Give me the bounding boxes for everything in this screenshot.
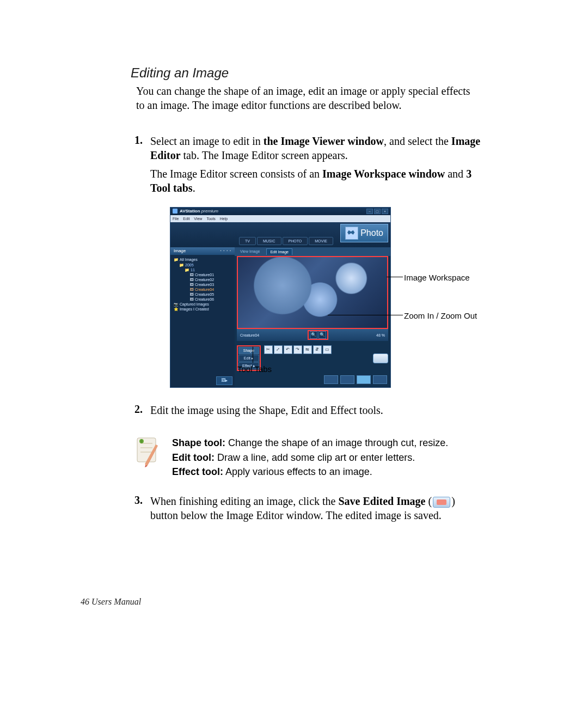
thumb[interactable]: [340, 375, 354, 384]
image-workspace[interactable]: [237, 256, 388, 329]
step3-text: When finishing editing an image, click t…: [150, 494, 474, 522]
tree-month[interactable]: 11: [185, 267, 232, 272]
menu-tools[interactable]: Tools: [206, 216, 215, 221]
step1-number: 1.: [131, 134, 143, 397]
bottom-thumbnails[interactable]: [235, 373, 390, 387]
sidebar-header: Image • • • •: [170, 247, 235, 255]
menu-edit[interactable]: Edit: [183, 216, 189, 221]
edit-tool-line: Edit tool: Draw a line, add some clip ar…: [172, 450, 448, 465]
thumb[interactable]: [373, 375, 387, 384]
sidebar-header-handle-icon[interactable]: • • • •: [220, 249, 231, 253]
sidebar: Image • • • • All Images 2005 11 Creatur…: [170, 247, 235, 387]
step3-bold: Save Edited Image: [338, 495, 425, 507]
image-info-bar: Creature04 🔍 🔍 48 %: [237, 329, 388, 341]
sidebar-footer-button[interactable]: 🖼▸: [216, 376, 232, 385]
titlebar: AVStation premium – ▢ ×: [170, 208, 390, 215]
shape-tool-icons[interactable]: ✂ ⤢ ↶ ↷ ⇋ ⇵ ▭: [264, 345, 332, 371]
photo-label: Photo: [360, 228, 383, 239]
step3-text-a: When finishing editing an image, click t…: [150, 495, 338, 507]
effect-tool-text: Apply various effects to an image.: [223, 466, 372, 477]
intro-paragraph: You can change the shape of an image, ed…: [136, 84, 474, 112]
window-controls[interactable]: – ▢ ×: [366, 209, 388, 214]
module-tv[interactable]: TV: [239, 237, 256, 245]
frame-icon[interactable]: ▭: [323, 345, 332, 354]
step3-number: 3.: [131, 494, 143, 527]
tree-all-images[interactable]: All Images: [174, 257, 232, 262]
tab-view-image[interactable]: View Image: [237, 248, 263, 255]
tree-created[interactable]: Images I Created: [174, 307, 232, 312]
crop-icon[interactable]: ✂: [264, 345, 273, 354]
current-filename: Creature04: [240, 333, 259, 338]
tool-descriptions: Shape tool: Change the shape of an image…: [136, 436, 474, 478]
photo-icon: [345, 227, 358, 240]
shape-tool-text: Change the shape of an image through cut…: [225, 437, 448, 448]
zoom-out-icon[interactable]: 🔍: [318, 331, 326, 339]
step1-l2-text: The Image Editor screen consists of an: [150, 168, 322, 180]
step2-number: 2.: [131, 403, 143, 422]
thumb[interactable]: [324, 375, 338, 384]
module-strip: TV MUSIC PHOTO MOVIE Photo: [170, 222, 390, 247]
module-music[interactable]: MUSIC: [257, 237, 281, 245]
step1-text2: , and select the: [384, 135, 451, 147]
step1-l2-bold1: Image Workspace window: [322, 168, 445, 180]
tooltab-effect[interactable]: Effect ▸: [238, 362, 259, 369]
close-icon[interactable]: ×: [382, 209, 388, 214]
flip-h-icon[interactable]: ⇋: [303, 345, 312, 354]
step1-line1: Select an image to edit in the Image Vie…: [150, 134, 491, 162]
app-title: AVStation premium: [180, 209, 218, 214]
flip-v-icon[interactable]: ⇵: [313, 345, 322, 354]
image-tree[interactable]: All Images 2005 11 Creature01 Creature02…: [170, 255, 235, 339]
tree-item[interactable]: Creature06: [190, 297, 232, 302]
zoom-in-icon[interactable]: 🔍: [310, 331, 317, 339]
page-footer: 46 Users Manual: [81, 597, 141, 607]
menu-view[interactable]: View: [194, 216, 202, 221]
zoom-controls[interactable]: 🔍 🔍: [308, 330, 328, 340]
maximize-icon[interactable]: ▢: [374, 209, 381, 214]
save-edited-image-button[interactable]: [373, 354, 388, 363]
rotate-left-icon[interactable]: ↶: [284, 345, 292, 354]
step1-l2-text3: .: [193, 182, 195, 194]
menu-help[interactable]: Help: [220, 216, 228, 221]
tree-item[interactable]: Creature03: [190, 282, 232, 287]
section-title: Editing an Image: [131, 65, 474, 81]
module-movie[interactable]: MOVIE: [309, 237, 333, 245]
callout-zoom: Zoom In / Zoom Out: [404, 310, 477, 321]
app-window: AVStation premium – ▢ × File Edit: [170, 207, 391, 388]
tree-item[interactable]: Creature01: [190, 272, 232, 277]
photo-badge: Photo: [340, 224, 388, 242]
step1-text3: tab. The Image Editor screen appears.: [181, 149, 348, 161]
step1-line2: The Image Editor screen consists of an I…: [150, 167, 491, 195]
sidebar-header-label: Image: [174, 248, 186, 254]
step1-text: Select an image to edit in: [150, 135, 264, 147]
tool-tabs[interactable]: Shape Edit ▸ Effect ▸: [237, 345, 261, 371]
step3-paren-open: (: [425, 495, 432, 507]
resize-icon[interactable]: ⤢: [274, 345, 283, 354]
module-photo[interactable]: PHOTO: [283, 237, 308, 245]
edit-tool-text: Draw a line, add some clip art or enter …: [215, 452, 415, 463]
step1-l2-text2: and: [445, 168, 466, 180]
tree-item[interactable]: Creature05: [190, 292, 232, 297]
tab-edit-image[interactable]: Edit Image: [266, 248, 292, 255]
step1-bold-viewer: the Image Viewer window: [264, 135, 384, 147]
tooltab-edit[interactable]: Edit ▸: [238, 355, 259, 362]
tree-captured[interactable]: Captured Images: [174, 302, 232, 307]
effect-tool-label: Effect tool:: [172, 466, 223, 477]
note-pen-icon: [136, 436, 160, 468]
effect-tool-line: Effect tool: Apply various effects to an…: [172, 465, 448, 479]
callout-workspace: Image Workspace: [404, 272, 470, 283]
thumb-selected[interactable]: [357, 375, 371, 384]
app-title-sub: premium: [200, 209, 218, 214]
tree-item[interactable]: Creature02: [190, 277, 232, 282]
tree-item-selected[interactable]: Creature04: [190, 287, 232, 292]
shape-tool-line: Shape tool: Change the shape of an image…: [172, 436, 448, 450]
menu-bar[interactable]: File Edit View Tools Help: [170, 215, 390, 222]
tree-year[interactable]: 2005: [179, 263, 232, 267]
rotate-right-icon[interactable]: ↷: [293, 345, 302, 354]
shape-tool-label: Shape tool:: [172, 437, 225, 448]
app-logo-icon: [173, 209, 177, 214]
zoom-value: 48 %: [376, 333, 385, 338]
tooltab-shape[interactable]: Shape: [238, 347, 259, 354]
menu-file[interactable]: File: [173, 216, 179, 221]
screenshot-figure: AVStation premium – ▢ × File Edit: [170, 207, 491, 388]
minimize-icon[interactable]: –: [366, 209, 373, 214]
